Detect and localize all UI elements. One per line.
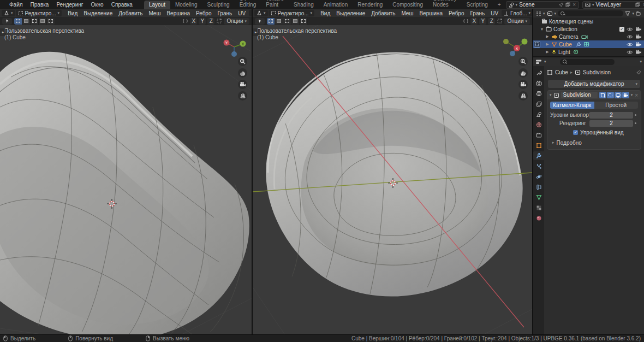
outliner-row-light[interactable]: ▶ Light (533, 48, 644, 56)
toolbar-expand-arrow[interactable]: ▸ (253, 28, 259, 36)
select-extend-button[interactable] (22, 18, 31, 25)
menu-edit[interactable]: Правка (27, 1, 53, 8)
mirror-y-toggle[interactable]: Y (199, 18, 206, 25)
render-camera-icon[interactable] (635, 27, 642, 32)
select-new-button[interactable] (267, 18, 275, 25)
menu-view[interactable]: Вид (318, 10, 333, 16)
tab-scripting[interactable]: Scripting (462, 1, 493, 9)
display-edit-mode-toggle[interactable] (607, 92, 614, 98)
options-dropdown[interactable]: Опции ▾ (224, 18, 249, 25)
outliner-editor-icon[interactable] (535, 11, 541, 16)
unlink-scene-icon[interactable]: × (572, 2, 576, 8)
camera-view-button[interactable] (518, 80, 528, 89)
render-levels-input[interactable]: 2 (589, 120, 633, 127)
menu-face[interactable]: Грань (214, 10, 235, 16)
tab-animation[interactable]: Animation (319, 1, 353, 9)
add-modifier-button[interactable]: Добавить модификатор ▾ (548, 80, 640, 88)
advanced-section-toggle[interactable]: ▸ Подробно (552, 139, 638, 146)
tab-material[interactable] (533, 214, 544, 222)
camera-view-button[interactable] (238, 80, 247, 89)
outliner-row-scene-collection[interactable]: Коллекция сцены (533, 17, 644, 25)
scene-selector[interactable]: ▾ Scene × (506, 1, 579, 9)
transform-orientation-dropdown[interactable]: Глоб... ▾ (249, 10, 252, 16)
chevron-down-icon[interactable]: ▾ (632, 11, 634, 16)
render-camera-icon[interactable] (635, 50, 642, 55)
tab-modifiers[interactable] (533, 151, 544, 160)
animate-dot-icon[interactable] (633, 122, 638, 124)
menu-vertex[interactable]: Вершина (164, 10, 193, 16)
new-collection-icon[interactable] (636, 11, 642, 16)
chevron-down-icon[interactable]: ▾ (554, 11, 557, 16)
select-subtract-button[interactable] (31, 18, 39, 25)
menu-vertex[interactable]: Вершина (416, 10, 445, 16)
tab-texture[interactable] (533, 203, 544, 212)
tab-object-data[interactable] (533, 193, 544, 202)
outliner-row-collection[interactable]: ▼ Collection ✓ (533, 25, 644, 33)
select-invert-button[interactable] (39, 18, 47, 25)
tab-shading[interactable]: Shading (289, 1, 319, 9)
mirror-z-toggle[interactable]: Z (207, 18, 214, 25)
menu-file[interactable]: Файл (5, 1, 27, 8)
tab-layout[interactable]: Layout (144, 1, 170, 9)
tab-modeling[interactable]: Modeling (170, 1, 202, 9)
tab-render[interactable] (533, 79, 544, 87)
pin-icon[interactable] (559, 2, 564, 7)
expand-icon[interactable]: ▼ (540, 27, 544, 31)
properties-editor-icon[interactable] (535, 59, 542, 65)
pan-button[interactable] (518, 68, 528, 78)
menu-face[interactable]: Грань (467, 10, 487, 16)
tab-collection[interactable] (533, 131, 544, 139)
editor-type-button[interactable]: ▾ (2, 10, 15, 16)
display-on-cage-toggle[interactable] (599, 92, 606, 98)
chevron-down-icon[interactable]: ▾ (543, 11, 545, 16)
select-extend-button[interactable] (275, 18, 283, 25)
modifier-panel-header[interactable]: ▾ Subdivision ▾ × (547, 91, 641, 99)
navigation-gizmo[interactable]: x (500, 36, 529, 58)
zoom-button[interactable] (238, 57, 247, 66)
expand-icon[interactable]: ▶ (545, 42, 550, 46)
breadcrumb-modifier[interactable]: Subdivision (583, 69, 611, 75)
select-intersect-button[interactable] (300, 18, 308, 25)
active-tool-button[interactable] (255, 18, 265, 25)
tab-output[interactable] (533, 89, 544, 98)
modifier-close-icon[interactable]: × (634, 92, 639, 98)
menu-mesh[interactable]: Меш (398, 10, 416, 16)
copy-icon[interactable] (565, 2, 570, 7)
menu-view[interactable]: Вид (65, 10, 80, 16)
navigation-gizmo[interactable]: Y X (220, 36, 248, 58)
render-camera-icon[interactable] (635, 34, 642, 39)
tab-tool[interactable] (533, 68, 544, 77)
properties-search-input[interactable] (560, 59, 615, 65)
eye-icon[interactable] (627, 50, 633, 55)
eye-icon[interactable] (627, 42, 633, 47)
correct-face-attributes-icon[interactable] (216, 18, 222, 24)
tab-sculpting[interactable]: Sculpting (202, 1, 235, 9)
tab-rendering[interactable]: Rendering (353, 1, 387, 9)
viewport-right-canvas[interactable]: Пользовательская перспектива (1) Cube ▸ … (253, 25, 532, 334)
expand-icon[interactable]: ▶ (545, 50, 550, 54)
mirror-z-toggle[interactable]: Z (488, 18, 495, 25)
orthographic-toggle-button[interactable] (518, 91, 528, 101)
tab-view-layer[interactable] (533, 99, 544, 108)
mirror-x-toggle[interactable]: X (470, 18, 478, 25)
chevron-down-icon[interactable]: ▾ (640, 60, 642, 64)
menu-uv[interactable]: UV (488, 10, 501, 16)
menu-uv[interactable]: UV (235, 10, 248, 16)
menu-render[interactable]: Рендеринг (52, 1, 87, 8)
display-render-toggle[interactable] (622, 92, 629, 98)
tab-object[interactable] (533, 141, 544, 150)
options-dropdown[interactable]: Опции ▾ (504, 18, 530, 25)
add-workspace-button[interactable]: + (493, 1, 506, 9)
select-new-button[interactable] (14, 18, 22, 25)
checkbox-icon[interactable]: ✓ (619, 27, 624, 32)
pin-icon[interactable] (636, 70, 641, 75)
copy-icon[interactable] (635, 2, 640, 7)
mirror-y-toggle[interactable]: Y (479, 18, 486, 25)
menu-add[interactable]: Добавить (368, 10, 398, 16)
tab-texture-paint[interactable]: Texture Paint (261, 0, 289, 9)
menu-window[interactable]: Окно (87, 1, 107, 8)
menu-edge[interactable]: Ребро (446, 10, 467, 16)
mode-selector[interactable]: Редактиро... ▾ (16, 10, 62, 16)
transform-orientation-dropdown[interactable]: Глоб... ▾ (502, 10, 532, 16)
toolbar-expand-arrow[interactable]: ▸ (0, 28, 6, 36)
